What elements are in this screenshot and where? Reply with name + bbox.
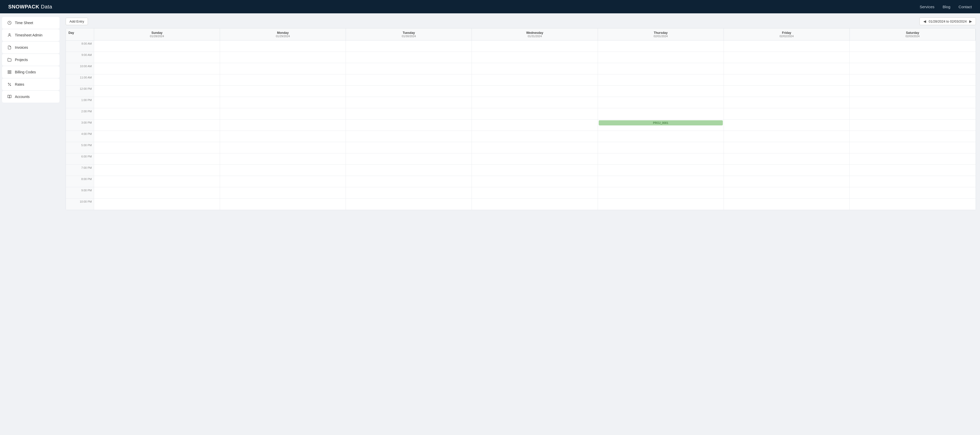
cal-cell-6-7[interactable] — [850, 108, 976, 120]
nav-link-contact[interactable]: Contact — [958, 5, 972, 9]
cal-cell-11-5[interactable] — [598, 165, 724, 176]
cal-cell-12-6[interactable] — [724, 176, 850, 187]
sidebar-item-time-sheet[interactable]: Time Sheet — [2, 17, 59, 29]
cal-cell-5-6[interactable] — [724, 97, 850, 108]
cal-cell-1-1[interactable] — [94, 52, 220, 63]
cal-cell-9-2[interactable] — [220, 142, 346, 153]
cal-cell-1-2[interactable] — [220, 52, 346, 63]
cal-cell-3-5[interactable] — [598, 74, 724, 86]
sidebar-item-billing-codes[interactable]: Billing Codes — [2, 66, 59, 78]
cal-cell-1-3[interactable] — [346, 52, 472, 63]
cal-cell-8-2[interactable] — [220, 131, 346, 142]
cal-cell-8-6[interactable] — [724, 131, 850, 142]
sidebar-item-projects[interactable]: Projects — [2, 54, 59, 66]
cal-cell-3-6[interactable] — [724, 74, 850, 86]
prev-week-button[interactable]: ◀ — [922, 19, 927, 24]
sidebar-item-timesheet-admin[interactable]: Timesheet Admin — [2, 29, 59, 41]
cal-cell-8-1[interactable] — [94, 131, 220, 142]
cal-cell-13-6[interactable] — [724, 187, 850, 199]
cal-cell-14-6[interactable] — [724, 199, 850, 210]
cal-cell-0-1[interactable] — [94, 40, 220, 52]
cal-cell-6-2[interactable] — [220, 108, 346, 120]
cal-cell-2-7[interactable] — [850, 63, 976, 74]
cal-cell-8-5[interactable] — [598, 131, 724, 142]
event-block[interactable]: PROJ_0001 — [599, 120, 723, 126]
cal-cell-9-5[interactable] — [598, 142, 724, 153]
cal-cell-0-5[interactable] — [598, 40, 724, 52]
cal-cell-2-4[interactable] — [472, 63, 598, 74]
cal-cell-13-3[interactable] — [346, 187, 472, 199]
cal-cell-9-6[interactable] — [724, 142, 850, 153]
cal-cell-1-4[interactable] — [472, 52, 598, 63]
cal-cell-4-2[interactable] — [220, 86, 346, 97]
cal-cell-13-7[interactable] — [850, 187, 976, 199]
cal-cell-6-5[interactable] — [598, 108, 724, 120]
cal-cell-4-7[interactable] — [850, 86, 976, 97]
cal-cell-7-2[interactable] — [220, 120, 346, 131]
cal-cell-7-4[interactable] — [472, 120, 598, 131]
nav-link-services[interactable]: Services — [920, 5, 935, 9]
cal-cell-11-2[interactable] — [220, 165, 346, 176]
cal-cell-4-3[interactable] — [346, 86, 472, 97]
cal-cell-2-1[interactable] — [94, 63, 220, 74]
cal-cell-5-5[interactable] — [598, 97, 724, 108]
cal-cell-10-1[interactable] — [94, 153, 220, 165]
cal-cell-14-7[interactable] — [850, 199, 976, 210]
cal-cell-5-4[interactable] — [472, 97, 598, 108]
cal-cell-6-4[interactable] — [472, 108, 598, 120]
cal-cell-8-7[interactable] — [850, 131, 976, 142]
cal-cell-12-4[interactable] — [472, 176, 598, 187]
nav-link-blog[interactable]: Blog — [943, 5, 950, 9]
cal-cell-0-6[interactable] — [724, 40, 850, 52]
cal-cell-8-3[interactable] — [346, 131, 472, 142]
cal-cell-11-1[interactable] — [94, 165, 220, 176]
cal-cell-13-2[interactable] — [220, 187, 346, 199]
cal-cell-13-4[interactable] — [472, 187, 598, 199]
sidebar-item-accounts[interactable]: Accounts — [2, 91, 59, 103]
cal-cell-7-7[interactable] — [850, 120, 976, 131]
cal-cell-12-5[interactable] — [598, 176, 724, 187]
cal-cell-9-1[interactable] — [94, 142, 220, 153]
cal-cell-13-5[interactable] — [598, 187, 724, 199]
cal-cell-12-2[interactable] — [220, 176, 346, 187]
cal-cell-7-3[interactable] — [346, 120, 472, 131]
cal-cell-6-1[interactable] — [94, 108, 220, 120]
sidebar-item-rates[interactable]: Rates — [2, 78, 59, 90]
cal-cell-0-4[interactable] — [472, 40, 598, 52]
cal-cell-11-7[interactable] — [850, 165, 976, 176]
cal-cell-11-3[interactable] — [346, 165, 472, 176]
cal-cell-12-3[interactable] — [346, 176, 472, 187]
cal-cell-14-1[interactable] — [94, 199, 220, 210]
cal-cell-0-7[interactable] — [850, 40, 976, 52]
cal-cell-2-3[interactable] — [346, 63, 472, 74]
cal-cell-10-3[interactable] — [346, 153, 472, 165]
cal-cell-4-1[interactable] — [94, 86, 220, 97]
sidebar-item-invoices[interactable]: Invoices — [2, 41, 59, 53]
cal-cell-8-4[interactable] — [472, 131, 598, 142]
cal-cell-14-4[interactable] — [472, 199, 598, 210]
cal-cell-11-6[interactable] — [724, 165, 850, 176]
cal-cell-3-2[interactable] — [220, 74, 346, 86]
cal-cell-5-2[interactable] — [220, 97, 346, 108]
cal-cell-2-5[interactable] — [598, 63, 724, 74]
cal-cell-14-2[interactable] — [220, 199, 346, 210]
cal-cell-11-4[interactable] — [472, 165, 598, 176]
cal-cell-7-5[interactable]: PROJ_0001 — [598, 120, 724, 131]
cal-cell-1-7[interactable] — [850, 52, 976, 63]
cal-cell-10-4[interactable] — [472, 153, 598, 165]
cal-cell-1-5[interactable] — [598, 52, 724, 63]
cal-cell-3-4[interactable] — [472, 74, 598, 86]
cal-cell-5-3[interactable] — [346, 97, 472, 108]
add-entry-button[interactable]: Add Entry — [66, 18, 88, 25]
cal-cell-5-1[interactable] — [94, 97, 220, 108]
cal-cell-14-3[interactable] — [346, 199, 472, 210]
cal-cell-5-7[interactable] — [850, 97, 976, 108]
cal-cell-3-7[interactable] — [850, 74, 976, 86]
cal-cell-9-7[interactable] — [850, 142, 976, 153]
cal-cell-14-5[interactable] — [598, 199, 724, 210]
cal-cell-7-1[interactable] — [94, 120, 220, 131]
cal-cell-4-6[interactable] — [724, 86, 850, 97]
cal-cell-10-6[interactable] — [724, 153, 850, 165]
cal-cell-9-3[interactable] — [346, 142, 472, 153]
cal-cell-10-7[interactable] — [850, 153, 976, 165]
